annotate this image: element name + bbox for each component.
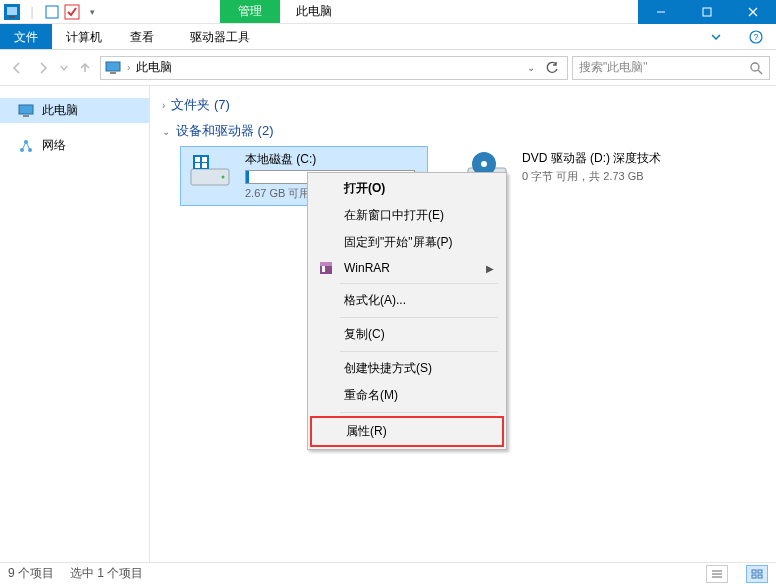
nav-forward-button[interactable] xyxy=(32,57,54,79)
group-header-label: 文件夹 (7) xyxy=(171,96,230,114)
svg-rect-38 xyxy=(752,570,756,573)
qat-checkbox-icon[interactable] xyxy=(64,4,80,20)
group-header-folders[interactable]: › 文件夹 (7) xyxy=(162,96,764,114)
ribbon-tab-computer[interactable]: 计算机 xyxy=(52,24,116,49)
sidebar-item-label: 网络 xyxy=(42,137,66,154)
winrar-icon xyxy=(318,260,334,276)
svg-rect-40 xyxy=(752,575,756,578)
ctx-item-winrar[interactable]: WinRAR ▶ xyxy=(310,256,504,280)
search-icon[interactable] xyxy=(749,61,763,75)
status-selected-count: 选中 1 个项目 xyxy=(70,565,143,582)
ribbon-tab-file[interactable]: 文件 xyxy=(0,24,52,49)
drive-name: 本地磁盘 (C:) xyxy=(245,151,423,168)
chevron-down-icon: ⌄ xyxy=(162,126,170,137)
titlebar: | ▾ 管理 此电脑 xyxy=(0,0,776,24)
pc-icon xyxy=(18,103,34,119)
svg-rect-3 xyxy=(46,6,58,18)
ribbon-help-button[interactable]: ? xyxy=(736,24,776,49)
ctx-item-format[interactable]: 格式化(A)... xyxy=(310,287,504,314)
svg-line-14 xyxy=(758,70,762,74)
ctx-item-properties[interactable]: 属性(R) xyxy=(310,416,504,447)
refresh-icon[interactable] xyxy=(541,61,563,75)
minimize-button[interactable] xyxy=(638,0,684,24)
quick-access-toolbar: | ▾ xyxy=(0,0,100,23)
view-large-icons-button[interactable] xyxy=(746,565,768,583)
breadcrumb-this-pc[interactable]: 此电脑 xyxy=(136,59,172,76)
drive-usage-fill xyxy=(246,171,249,183)
ribbon-tab-drive-tools[interactable]: 驱动器工具 xyxy=(176,24,264,49)
window-title: 此电脑 xyxy=(280,0,348,23)
ctx-separator xyxy=(340,412,498,413)
search-placeholder: 搜索"此电脑" xyxy=(579,59,648,76)
svg-rect-39 xyxy=(758,570,762,573)
chevron-right-icon: › xyxy=(162,100,165,111)
ctx-item-copy[interactable]: 复制(C) xyxy=(310,321,504,348)
ribbon-tabs: 文件 计算机 查看 驱动器工具 ? xyxy=(0,24,776,50)
sidebar-item-this-pc[interactable]: 此电脑 xyxy=(0,98,149,123)
ctx-item-label: WinRAR xyxy=(344,261,390,275)
svg-rect-6 xyxy=(703,8,711,16)
ctx-separator xyxy=(340,351,498,352)
nav-up-button[interactable] xyxy=(74,57,96,79)
svg-line-20 xyxy=(22,142,26,150)
svg-rect-1 xyxy=(7,7,17,15)
manage-tab-label: 管理 xyxy=(238,3,262,20)
ctx-item-open[interactable]: 打开(O) xyxy=(310,175,504,202)
drive-name: DVD 驱动器 (D:) 深度技术 xyxy=(522,150,702,167)
sidebar-item-label: 此电脑 xyxy=(42,102,78,119)
drive-subtitle: 0 字节 可用，共 2.73 GB xyxy=(522,169,702,184)
status-bar: 9 个项目 选中 1 个项目 xyxy=(0,562,776,584)
ribbon-expand-button[interactable] xyxy=(696,24,736,49)
ctx-item-create-shortcut[interactable]: 创建快捷方式(S) xyxy=(310,355,504,382)
svg-rect-25 xyxy=(202,157,207,162)
svg-rect-2 xyxy=(9,16,15,18)
group-header-label: 设备和驱动器 (2) xyxy=(176,122,274,140)
status-item-count: 9 个项目 xyxy=(8,565,54,582)
window-controls xyxy=(638,0,776,23)
svg-line-21 xyxy=(26,142,30,150)
qat-separator-icon: | xyxy=(24,4,40,20)
view-details-button[interactable] xyxy=(706,565,728,583)
navigation-pane: 此电脑 网络 xyxy=(0,86,150,562)
svg-point-28 xyxy=(222,176,225,179)
svg-rect-26 xyxy=(195,163,200,168)
network-icon xyxy=(18,138,34,154)
address-bar[interactable]: › 此电脑 ⌄ xyxy=(100,56,568,80)
ribbon-tab-view[interactable]: 查看 xyxy=(116,24,168,49)
svg-rect-12 xyxy=(110,72,116,74)
group-header-devices[interactable]: ⌄ 设备和驱动器 (2) xyxy=(162,122,764,140)
breadcrumb-separator-icon: › xyxy=(127,62,130,73)
group-folders: › 文件夹 (7) xyxy=(162,96,764,114)
address-dropdown-icon[interactable]: ⌄ xyxy=(523,62,539,73)
svg-rect-15 xyxy=(19,105,33,114)
qat-properties-icon[interactable] xyxy=(44,4,60,20)
disk-icon xyxy=(185,151,235,191)
pc-icon xyxy=(105,60,121,76)
svg-text:?: ? xyxy=(753,32,758,42)
search-box[interactable]: 搜索"此电脑" xyxy=(572,56,770,80)
ctx-item-pin-start[interactable]: 固定到"开始"屏幕(P) xyxy=(310,229,504,256)
app-icon xyxy=(4,4,20,20)
ctx-separator xyxy=(340,317,498,318)
svg-rect-16 xyxy=(23,115,29,117)
svg-point-13 xyxy=(751,63,759,71)
ctx-item-rename[interactable]: 重命名(M) xyxy=(310,382,504,409)
ctx-separator xyxy=(340,283,498,284)
context-menu: 打开(O) 在新窗口中打开(E) 固定到"开始"屏幕(P) WinRAR ▶ 格… xyxy=(307,172,507,450)
svg-point-31 xyxy=(481,161,487,167)
sidebar-item-network[interactable]: 网络 xyxy=(0,133,149,158)
nav-recent-button[interactable] xyxy=(58,57,70,79)
qat-dropdown-icon[interactable]: ▾ xyxy=(84,4,100,20)
submenu-arrow-icon: ▶ xyxy=(486,263,494,274)
close-button[interactable] xyxy=(730,0,776,24)
ribbon-context-tab-manage[interactable]: 管理 xyxy=(220,0,280,23)
ctx-item-open-new-window[interactable]: 在新窗口中打开(E) xyxy=(310,202,504,229)
svg-rect-24 xyxy=(195,157,200,162)
svg-rect-11 xyxy=(106,62,120,71)
navigation-row: › 此电脑 ⌄ 搜索"此电脑" xyxy=(0,50,776,86)
svg-rect-41 xyxy=(758,575,762,578)
maximize-button[interactable] xyxy=(684,0,730,24)
svg-rect-33 xyxy=(320,262,332,266)
nav-back-button[interactable] xyxy=(6,57,28,79)
svg-rect-34 xyxy=(322,266,325,272)
